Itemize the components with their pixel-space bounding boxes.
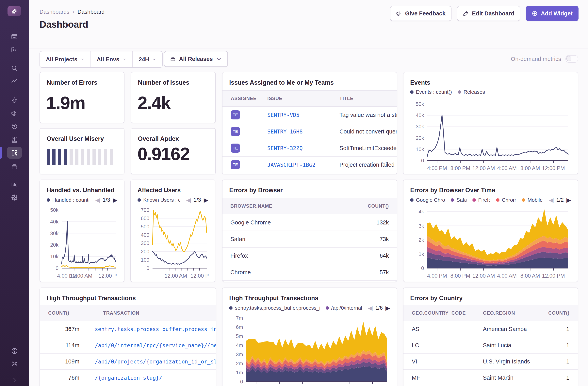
col-country-code: GEO.COUNTRY_CODE	[403, 310, 483, 316]
assignee-avatar[interactable]: TE	[231, 110, 240, 119]
table-row: TESENTRY-16H8Could not convert query	[222, 123, 397, 140]
legend-item[interactable]: Safari	[451, 197, 466, 203]
sidebar-item-alerts[interactable]	[0, 133, 29, 146]
sidebar-item-whats-new[interactable]	[0, 357, 29, 370]
collapse-chevron-icon	[11, 377, 17, 383]
project-filter[interactable]: All Projects	[40, 51, 90, 67]
environment-filter[interactable]: All Envs	[91, 51, 132, 67]
affected-legend: Known Users : cour◀1/3▶	[131, 194, 215, 204]
legend-item[interactable]: Events : count()	[410, 89, 452, 95]
issue-title-cell: SoftTimeLimitExceeded	[339, 145, 397, 152]
sidebar-item-releases[interactable]	[0, 160, 29, 173]
svg-text:400: 400	[141, 232, 149, 238]
legend-item[interactable]: Google Chrome	[410, 197, 445, 203]
sidebar-item-explore[interactable]	[0, 62, 29, 75]
app-root: Dashboards › Dashboard Dashboard Give Fe…	[0, 0, 588, 386]
legend-prev-arrow[interactable]: ◀	[549, 197, 553, 204]
issue-link[interactable]: JAVASCRIPT-1BG2	[267, 162, 315, 168]
svg-text:10k: 10k	[50, 253, 59, 259]
transaction-link[interactable]: /{organization_slug}/	[95, 375, 162, 381]
widget-errors-by-country: Errors by Country GEO.COUNTRY_CODE GEO.R…	[403, 288, 578, 386]
sidebar-collapse[interactable]	[0, 375, 29, 385]
legend-item[interactable]: Known Users : cour	[138, 197, 180, 203]
legend-item[interactable]: Handled : count()	[47, 197, 89, 203]
legend-next-arrow[interactable]: ▶	[567, 197, 571, 204]
breadcrumb: Dashboards › Dashboard	[40, 9, 105, 15]
user-misery-gauge	[47, 149, 113, 165]
svg-text:4m: 4m	[236, 342, 243, 348]
col-assignee: ASSIGNEE	[222, 96, 267, 101]
count-cell: 1	[534, 375, 578, 381]
chevron-down-icon	[81, 57, 84, 61]
legend-item[interactable]: Chrome	[496, 197, 516, 203]
archive-box-icon	[11, 163, 18, 170]
sidebar-item-dashboards[interactable]	[0, 146, 29, 159]
throughput-table-body: 367msentry.tasks.process_buffer.process_…	[40, 321, 216, 386]
give-feedback-button[interactable]: Give Feedback	[390, 6, 451, 21]
sidebar-item-replays[interactable]	[0, 120, 29, 133]
issue-link[interactable]: SENTRY-VD5	[267, 112, 299, 118]
header-actions: Give Feedback Edit Dashboard Add Widget	[390, 6, 579, 21]
svg-text:50k: 50k	[50, 208, 59, 213]
legend-dot-icon	[472, 198, 476, 202]
legend-label: Mobile S	[527, 197, 543, 203]
legend-prev-arrow[interactable]: ◀	[95, 197, 100, 204]
date-range-filter[interactable]: 24H	[133, 51, 162, 67]
count-cell: 367m	[40, 326, 81, 332]
widget-handled-vs-unhandled: Handled vs. Unhandled Handled : count()◀…	[40, 180, 125, 282]
transaction-link[interactable]: /api/0/projects/{organization_id_or_slug…	[95, 359, 216, 365]
legend-item[interactable]: Mobile S	[522, 197, 543, 203]
svg-text:100: 100	[141, 257, 149, 263]
widget-events: Events Events : count()Releases 010k20k3…	[403, 72, 578, 174]
issue-cell: JAVASCRIPT-1BG2	[267, 161, 339, 168]
edit-dashboard-button[interactable]: Edit Dashboard	[457, 6, 520, 21]
issue-title-cell: Project creation failed	[339, 161, 397, 168]
legend-item[interactable]: Firefox	[472, 197, 490, 203]
table-row: TESENTRY-32ZQSoftTimeLimitExceeded	[222, 140, 397, 157]
sidebar-item-issues[interactable]	[0, 30, 29, 43]
transaction-link[interactable]: sentry.tasks.process_buffer.process_incr	[95, 326, 216, 332]
count-cell: 132k	[345, 219, 397, 226]
add-widget-button[interactable]: Add Widget	[526, 6, 579, 21]
svg-text:12:00 AM: 12:00 AM	[472, 273, 495, 279]
issue-link[interactable]: SENTRY-32ZQ	[267, 145, 303, 151]
sidebar-item-crons[interactable]	[0, 94, 29, 107]
issue-cell: SENTRY-32ZQ	[267, 145, 339, 152]
sidebar-item-help[interactable]	[0, 344, 29, 358]
assignee-avatar[interactable]: TE	[231, 127, 240, 136]
legend-next-arrow[interactable]: ▶	[385, 305, 390, 312]
transaction-cell: /api/0/projects/{organization_id_or_slug…	[81, 358, 216, 365]
handled-legend: Handled : count()◀1/3▶	[40, 194, 124, 204]
gauge-bar-empty	[92, 149, 96, 165]
assignee-avatar[interactable]: TE	[231, 160, 240, 169]
legend-prev-arrow[interactable]: ◀	[186, 197, 191, 204]
sidebar-item-projects[interactable]	[0, 43, 29, 56]
table-row: LCSaint Lucia1	[403, 337, 578, 354]
sidebar-item-settings[interactable]	[0, 191, 29, 204]
legend-prev-arrow[interactable]: ◀	[368, 305, 372, 312]
legend-label: sentry.tasks.process_buffer.process_incr	[235, 305, 320, 311]
issue-link[interactable]: SENTRY-16H8	[267, 129, 303, 135]
sentry-logo[interactable]	[7, 6, 21, 16]
legend-next-arrow[interactable]: ▶	[204, 197, 208, 204]
legend-dot-icon	[47, 198, 50, 202]
transaction-link[interactable]: /api/0/internal/rpc/{service_name}/{meth…	[95, 342, 216, 348]
sidebar-item-performance[interactable]	[0, 75, 29, 88]
legend-item[interactable]: Releases	[458, 89, 485, 95]
country-code-cell: AS	[403, 326, 483, 332]
country-code-cell: VI	[403, 358, 483, 365]
assignee-avatar[interactable]: TE	[231, 144, 240, 153]
sidebar-item-stats[interactable]	[0, 178, 29, 191]
ondemand-metrics-toggle[interactable]	[566, 55, 578, 63]
count-cell: 114m	[40, 342, 81, 349]
sidebar-item-user-feedback[interactable]	[0, 107, 29, 120]
legend-item[interactable]: sentry.tasks.process_buffer.process_incr	[229, 305, 320, 311]
legend-next-arrow[interactable]: ▶	[113, 197, 117, 204]
releases-filter[interactable]: All Releases	[164, 51, 228, 67]
breadcrumb-dashboards[interactable]: Dashboards	[40, 9, 69, 15]
legend-label: Google Chrome	[416, 197, 445, 203]
count-cell: 1	[534, 326, 578, 332]
legend-item[interactable]: /api/0/internal/r	[326, 305, 362, 311]
pencil-icon	[463, 10, 469, 16]
table-row: VIU.S. Virgin Islands1	[403, 354, 578, 370]
